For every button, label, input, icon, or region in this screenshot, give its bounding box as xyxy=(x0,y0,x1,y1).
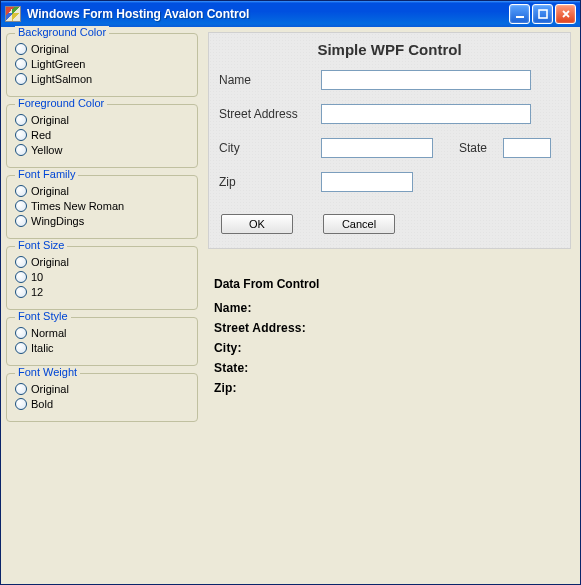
out-street: Street Address: xyxy=(214,321,571,335)
group-font-weight: Font Weight Original Bold xyxy=(6,373,198,422)
group-legend: Font Family xyxy=(15,168,78,180)
maximize-button[interactable] xyxy=(532,4,553,24)
radio-icon xyxy=(15,342,27,354)
radio-icon xyxy=(15,129,27,141)
row-city-state: City State xyxy=(219,138,560,158)
client-area: Background Color Original LightGreen Lig… xyxy=(1,27,580,584)
label-street: Street Address xyxy=(219,107,321,121)
radio-label: Original xyxy=(31,114,69,126)
label-zip: Zip xyxy=(219,175,321,189)
radio-fontstyle-italic[interactable]: Italic xyxy=(15,342,189,354)
radio-icon xyxy=(15,144,27,156)
radio-label: WingDings xyxy=(31,215,84,227)
group-foreground-color: Foreground Color Original Red Yellow xyxy=(6,104,198,168)
radio-fontweight-original[interactable]: Original xyxy=(15,383,189,395)
radio-fgcolor-yellow[interactable]: Yellow xyxy=(15,144,189,156)
radio-icon xyxy=(15,383,27,395)
label-city: City xyxy=(219,141,321,155)
row-name: Name xyxy=(219,70,560,90)
radio-label: Bold xyxy=(31,398,53,410)
options-column: Background Color Original LightGreen Lig… xyxy=(4,30,200,581)
window-controls xyxy=(509,4,576,24)
out-name: Name: xyxy=(214,301,571,315)
minimize-button[interactable] xyxy=(509,4,530,24)
group-font-style: Font Style Normal Italic xyxy=(6,317,198,366)
wpf-control-panel: Simple WPF Control Name Street Address C… xyxy=(208,32,571,249)
radio-icon xyxy=(15,398,27,410)
radio-icon xyxy=(15,73,27,85)
app-icon xyxy=(5,6,21,22)
group-legend: Foreground Color xyxy=(15,97,107,109)
row-street: Street Address xyxy=(219,104,560,124)
street-input[interactable] xyxy=(321,104,531,124)
state-input[interactable] xyxy=(503,138,551,158)
window-title: Windows Form Hosting Avalon Control xyxy=(25,7,509,21)
radio-icon xyxy=(15,185,27,197)
out-zip: Zip: xyxy=(214,381,571,395)
radio-label: Original xyxy=(31,256,69,268)
radio-fgcolor-original[interactable]: Original xyxy=(15,114,189,126)
radio-label: Red xyxy=(31,129,51,141)
group-background-color: Background Color Original LightGreen Lig… xyxy=(6,33,198,97)
radio-icon xyxy=(15,200,27,212)
radio-label: Original xyxy=(31,43,69,55)
radio-fontfamily-times[interactable]: Times New Roman xyxy=(15,200,189,212)
name-input[interactable] xyxy=(321,70,531,90)
radio-fontsize-10[interactable]: 10 xyxy=(15,271,189,283)
radio-fontfamily-original[interactable]: Original xyxy=(15,185,189,197)
svg-rect-0 xyxy=(516,16,524,18)
cancel-button[interactable]: Cancel xyxy=(323,214,395,234)
radio-icon xyxy=(15,43,27,55)
group-font-family: Font Family Original Times New Roman Win… xyxy=(6,175,198,239)
radio-label: Original xyxy=(31,383,69,395)
wpf-panel-title: Simple WPF Control xyxy=(219,41,560,58)
radio-label: LightSalmon xyxy=(31,73,92,85)
zip-input[interactable] xyxy=(321,172,413,192)
radio-label: Times New Roman xyxy=(31,200,124,212)
radio-bgcolor-lightsalmon[interactable]: LightSalmon xyxy=(15,73,189,85)
radio-label: 12 xyxy=(31,286,43,298)
city-input[interactable] xyxy=(321,138,433,158)
radio-fontstyle-normal[interactable]: Normal xyxy=(15,327,189,339)
radio-label: LightGreen xyxy=(31,58,85,70)
radio-icon xyxy=(15,114,27,126)
radio-fontsize-original[interactable]: Original xyxy=(15,256,189,268)
radio-icon xyxy=(15,58,27,70)
data-output-header: Data From Control xyxy=(214,277,571,291)
radio-fontsize-12[interactable]: 12 xyxy=(15,286,189,298)
data-output-panel: Data From Control Name: Street Address: … xyxy=(208,277,571,401)
svg-rect-1 xyxy=(539,10,547,18)
close-icon xyxy=(561,9,571,19)
radio-fgcolor-red[interactable]: Red xyxy=(15,129,189,141)
out-state: State: xyxy=(214,361,571,375)
radio-bgcolor-lightgreen[interactable]: LightGreen xyxy=(15,58,189,70)
group-legend: Font Style xyxy=(15,310,71,322)
button-row: OK Cancel xyxy=(219,214,560,234)
radio-label: Normal xyxy=(31,327,66,339)
content-column: Simple WPF Control Name Street Address C… xyxy=(208,30,577,581)
radio-fontfamily-wingdings[interactable]: WingDings xyxy=(15,215,189,227)
group-legend: Font Size xyxy=(15,239,67,251)
label-state: State xyxy=(459,141,503,155)
titlebar[interactable]: Windows Form Hosting Avalon Control xyxy=(1,1,580,27)
row-zip: Zip xyxy=(219,172,560,192)
radio-icon xyxy=(15,327,27,339)
group-font-size: Font Size Original 10 12 xyxy=(6,246,198,310)
radio-label: Italic xyxy=(31,342,54,354)
radio-fontweight-bold[interactable]: Bold xyxy=(15,398,189,410)
radio-label: Yellow xyxy=(31,144,62,156)
radio-label: 10 xyxy=(31,271,43,283)
group-legend: Background Color xyxy=(15,26,109,38)
application-window: Windows Form Hosting Avalon Control Back… xyxy=(0,0,581,585)
minimize-icon xyxy=(515,9,525,19)
radio-icon xyxy=(15,286,27,298)
group-legend: Font Weight xyxy=(15,366,80,378)
maximize-icon xyxy=(538,9,548,19)
ok-button[interactable]: OK xyxy=(221,214,293,234)
label-name: Name xyxy=(219,73,321,87)
radio-bgcolor-original[interactable]: Original xyxy=(15,43,189,55)
radio-label: Original xyxy=(31,185,69,197)
radio-icon xyxy=(15,271,27,283)
out-city: City: xyxy=(214,341,571,355)
close-button[interactable] xyxy=(555,4,576,24)
